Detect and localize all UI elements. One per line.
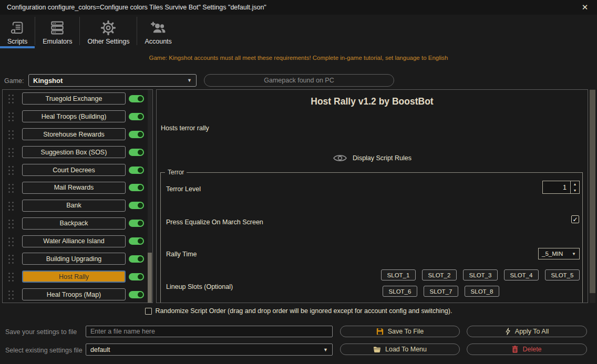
script-toggle[interactable] [129, 149, 144, 156]
tab-other-settings[interactable]: Other Settings [80, 15, 137, 48]
terror-group-box: Terror Terror Level 1 ▲ ▼ Press Equalize… [160, 172, 583, 303]
script-button[interactable]: Water Alliance Island [22, 235, 126, 247]
script-button[interactable]: Building Upgrading [22, 253, 126, 265]
toggle-knob [138, 292, 143, 297]
delete-button[interactable]: Delete [467, 344, 587, 355]
drag-handle-icon[interactable] [7, 93, 14, 103]
filename-input[interactable] [86, 326, 333, 337]
slot-button[interactable]: SLOT_7 [424, 286, 458, 297]
toggle-knob [138, 256, 143, 262]
list-item: Bank [3, 196, 152, 214]
tab-scripts[interactable]: Scripts [0, 15, 35, 48]
settings-file-select[interactable]: default ▼ [86, 344, 333, 356]
script-toggle[interactable] [129, 167, 144, 174]
scrollbar-thumb[interactable] [590, 90, 595, 293]
script-toggle[interactable] [129, 273, 144, 280]
spinner-up-icon[interactable]: ▲ [571, 181, 579, 188]
game-select[interactable]: Kingshot ▼ [28, 74, 197, 87]
slot-button[interactable]: SLOT_4 [504, 269, 539, 280]
script-button-host-rally[interactable]: Host Rally [22, 271, 126, 283]
main-scrollbar[interactable] [590, 89, 595, 303]
display-script-rules-button[interactable]: Display Script Rules [157, 153, 588, 163]
game-label: Game: [4, 77, 24, 85]
script-button[interactable]: Heal Troops (Map) [22, 288, 126, 300]
slot-button[interactable]: SLOT_8 [465, 286, 499, 297]
script-description: Hosts terror rally [161, 124, 209, 132]
configuration-window: Configuration configure_colors=Configure… [0, 0, 597, 364]
save-settings-label: Save your settings to file [5, 328, 77, 336]
slot-button[interactable]: SLOT_6 [383, 286, 417, 297]
script-toggle[interactable] [129, 113, 144, 120]
script-button[interactable]: Storehouse Rewards [22, 128, 126, 140]
script-button[interactable]: Mail Rewards [22, 182, 126, 194]
randomize-checkbox[interactable] [145, 308, 152, 315]
load-to-menu-button[interactable]: Load To Menu [340, 344, 460, 355]
script-toggle[interactable] [129, 202, 144, 209]
drag-handle-icon[interactable] [7, 289, 14, 299]
game-requirements-notice: Game: Kingshot accounts must all meet th… [0, 55, 597, 61]
drag-handle-icon[interactable] [7, 254, 14, 264]
list-item-selected: Host Rally [3, 268, 152, 286]
script-toggle[interactable] [129, 131, 144, 138]
tab-accounts-label: Accounts [145, 38, 171, 45]
list-item: Truegold Exchange [3, 90, 152, 108]
toggle-knob [138, 274, 143, 279]
script-toggle[interactable] [129, 255, 144, 263]
save-to-file-button[interactable]: Save To File [340, 326, 460, 337]
script-toggle[interactable] [129, 184, 144, 191]
toggle-knob [138, 238, 143, 244]
script-button[interactable]: Court Decrees [22, 164, 126, 176]
toggle-knob [138, 203, 143, 208]
drag-handle-icon[interactable] [7, 201, 14, 211]
terror-level-spinner[interactable]: 1 ▲ ▼ [542, 181, 580, 194]
gamepack-status-button[interactable]: Gamepack found on PC [204, 74, 394, 87]
drag-handle-icon[interactable] [7, 147, 14, 157]
load-to-menu-label: Load To Menu [385, 346, 427, 353]
list-item: Heal Troops (Building) [3, 108, 152, 126]
terror-level-value: 1 [543, 181, 570, 193]
slot-button[interactable]: SLOT_3 [463, 269, 498, 280]
drag-handle-icon[interactable] [7, 129, 14, 139]
gamepack-status-label: Gamepack found on PC [264, 77, 334, 84]
apply-to-all-button[interactable]: Apply To All [467, 326, 587, 337]
script-toggle[interactable] [129, 95, 144, 102]
spinner-down-icon[interactable]: ▼ [571, 188, 579, 194]
drag-handle-icon[interactable] [7, 165, 14, 175]
script-list-panel: Truegold Exchange Heal Troops (Building)… [2, 89, 153, 303]
list-item: Backpack [3, 214, 152, 232]
script-button[interactable]: Suggestion Box (SOS) [22, 146, 126, 158]
sidebar-scrollbar[interactable] [148, 90, 152, 303]
scrollbar-thumb[interactable] [148, 253, 152, 303]
drag-handle-icon[interactable] [7, 219, 14, 228]
script-toggle[interactable] [129, 237, 144, 245]
slot-button[interactable]: SLOT_5 [545, 269, 580, 280]
toggle-knob [138, 96, 143, 101]
tab-accounts[interactable]: Accounts [137, 15, 179, 48]
group-title: Terror [165, 169, 187, 176]
settings-gear-icon [99, 19, 117, 37]
drag-handle-icon[interactable] [7, 111, 14, 121]
drag-handle-icon[interactable] [7, 272, 14, 282]
rally-time-value: _5_MIN [542, 251, 563, 257]
script-button[interactable]: Backpack [22, 217, 126, 230]
list-item: Mail Rewards [3, 179, 152, 196]
save-icon [376, 328, 384, 335]
randomize-label: Randomize Script Order (drag and drop or… [156, 307, 452, 315]
drag-handle-icon[interactable] [7, 236, 14, 246]
equalize-checkbox[interactable]: ✓ [571, 215, 579, 223]
drag-handle-icon[interactable] [7, 183, 14, 193]
script-button[interactable]: Truegold Exchange [22, 92, 126, 105]
script-button[interactable]: Bank [22, 200, 126, 212]
close-icon[interactable]: ✕ [577, 1, 593, 14]
slot-button[interactable]: SLOT_1 [381, 269, 416, 280]
script-button[interactable]: Heal Troops (Building) [22, 110, 126, 122]
tab-emulators[interactable]: Emulators [35, 15, 79, 48]
list-item: Court Decrees [3, 161, 152, 179]
slot-row: SLOT_1 SLOT_2 SLOT_3 SLOT_4 SLOT_5 [381, 269, 580, 280]
game-select-value: Kingshot [33, 77, 63, 85]
rally-time-select[interactable]: _5_MIN ▼ [538, 248, 580, 259]
slot-button[interactable]: SLOT_2 [422, 269, 457, 280]
script-toggle[interactable] [129, 220, 144, 227]
toggle-knob [138, 168, 143, 173]
script-toggle[interactable] [129, 291, 144, 298]
